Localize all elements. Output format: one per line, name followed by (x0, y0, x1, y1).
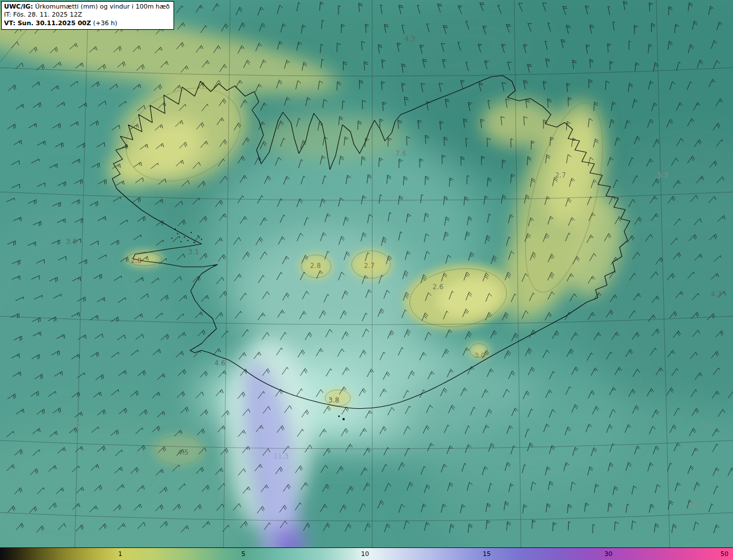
init-time: IT: Fös. 28. 11. 2025 12Z (4, 11, 170, 19)
weather-map-viewport: 4.37.62.75.53.63.12.82.82.72.64.73.04.63… (0, 0, 733, 560)
colorbar-tick-label: 5 (241, 550, 245, 558)
colorbar: 1510153050 (0, 547, 733, 560)
map-header: UWC/IG: Úrkomumætti (mm) og vindur i 100… (1, 1, 174, 30)
weather-map (0, 0, 733, 560)
precip-field-layer (0, 0, 733, 560)
colorbar-tick-label: 10 (361, 550, 369, 558)
map-title: Úrkomumætti (mm) og vindur i 100m hæð (33, 3, 170, 10)
product-code: UWC/IG: (4, 3, 33, 10)
colorbar-ticks: 1510153050 (0, 548, 733, 560)
colorbar-tick-label: 1 (118, 550, 122, 558)
colorbar-tick-label: 15 (483, 550, 491, 558)
valid-offset: (+36 h) (91, 19, 117, 27)
colorbar-tick-label: 30 (604, 550, 612, 558)
valid-time: VT: Sun. 30.11.2025 00Z (4, 19, 91, 27)
colorbar-tick-label: 50 (720, 550, 728, 558)
valid-time-line: VT: Sun. 30.11.2025 00Z (+36 h) (4, 19, 170, 27)
map-title-line: UWC/IG: Úrkomumætti (mm) og vindur i 100… (4, 3, 170, 11)
